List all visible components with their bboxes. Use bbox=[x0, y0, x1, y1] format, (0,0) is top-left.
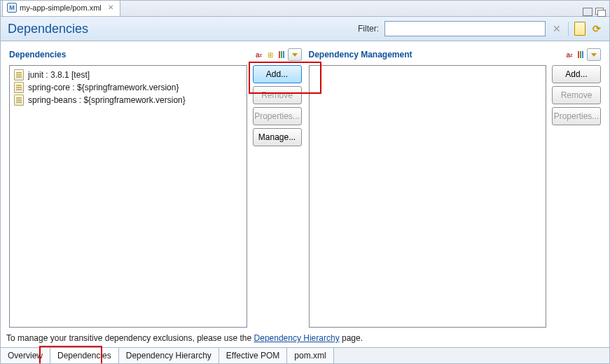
sort-az-icon[interactable]: az bbox=[254, 50, 264, 59]
dependency-management-title: Dependency Management bbox=[309, 50, 565, 59]
tab-dependencies[interactable]: Dependencies bbox=[50, 348, 119, 363]
jar-icon bbox=[14, 69, 24, 80]
list-item[interactable]: spring-beans : ${springframework.version… bbox=[11, 94, 245, 106]
dependencies-buttons: Add... Remove Properties... Manage... bbox=[253, 65, 302, 328]
filter-input[interactable] bbox=[384, 21, 546, 36]
manage-button[interactable]: Manage... bbox=[253, 128, 302, 146]
columns-icon[interactable] bbox=[277, 50, 286, 59]
dependency-management-list[interactable] bbox=[309, 65, 547, 328]
tab-effective-pom[interactable]: Effective POM bbox=[219, 348, 287, 363]
clear-filter-icon[interactable]: ✕ bbox=[551, 23, 562, 34]
dependency-management-buttons: Add... Remove Properties... bbox=[552, 65, 601, 328]
editor-tab-title: my-app-simple/pom.xml bbox=[20, 4, 102, 12]
close-icon[interactable]: ✕ bbox=[107, 4, 114, 11]
hint-prefix: To manage your transitive dependency exc… bbox=[6, 333, 254, 343]
list-item[interactable]: junit : 3.8.1 [test] bbox=[11, 69, 245, 81]
columns-icon[interactable] bbox=[576, 50, 585, 59]
editor-tab[interactable]: M my-app-simple/pom.xml ✕ bbox=[2, 0, 120, 16]
dependency-management-panel: Dependency Management az Add... Remove P… bbox=[309, 48, 602, 328]
add-button[interactable]: Add... bbox=[552, 65, 601, 83]
hint-text: To manage your transitive dependency exc… bbox=[1, 330, 609, 347]
dependencies-title: Dependencies bbox=[9, 50, 254, 59]
filter-label: Filter: bbox=[358, 24, 379, 34]
maximize-view-icon[interactable] bbox=[595, 8, 605, 16]
expand-panel-icon[interactable] bbox=[587, 48, 601, 61]
dependencies-list[interactable]: junit : 3.8.1 [test] spring-core : ${spr… bbox=[9, 65, 247, 328]
minimize-view-icon[interactable] bbox=[583, 8, 592, 16]
remove-button[interactable]: Remove bbox=[253, 86, 302, 104]
page-header: Dependencies Filter: ✕ ⟳ bbox=[1, 17, 609, 41]
refresh-icon[interactable]: ⟳ bbox=[591, 23, 602, 34]
list-item[interactable]: spring-core : ${springframework.version} bbox=[11, 81, 245, 94]
hint-suffix: page. bbox=[340, 333, 363, 343]
remove-button[interactable]: Remove bbox=[552, 86, 601, 104]
sort-az-icon[interactable]: az bbox=[564, 50, 574, 59]
dependencies-panel: Dependencies az ⊞ junit : 3.8.1 [test] bbox=[9, 48, 302, 328]
list-item-label: junit : 3.8.1 [test] bbox=[28, 70, 90, 80]
main-area: Dependencies az ⊞ junit : 3.8.1 [test] bbox=[1, 41, 609, 330]
page-title: Dependencies bbox=[8, 22, 352, 36]
editor-tabbar: M my-app-simple/pom.xml ✕ bbox=[1, 1, 609, 17]
list-item-label: spring-beans : ${springframework.version… bbox=[28, 95, 186, 105]
tab-overview[interactable]: Overview bbox=[1, 348, 50, 363]
tab-pom-xml[interactable]: pom.xml bbox=[287, 348, 333, 363]
dependency-hierarchy-link[interactable]: Dependency Hierarchy bbox=[254, 333, 340, 343]
list-item-label: spring-core : ${springframework.version} bbox=[28, 83, 179, 92]
jar-icon bbox=[14, 94, 24, 106]
maven-file-icon: M bbox=[7, 3, 17, 13]
add-button[interactable]: Add... bbox=[253, 65, 302, 83]
properties-button[interactable]: Properties... bbox=[253, 107, 302, 125]
tab-dependency-hierarchy[interactable]: Dependency Hierarchy bbox=[119, 348, 219, 363]
open-pom-icon[interactable] bbox=[574, 22, 585, 36]
editor-root: M my-app-simple/pom.xml ✕ Dependencies F… bbox=[0, 0, 610, 364]
tree-icon[interactable]: ⊞ bbox=[265, 50, 275, 59]
properties-button[interactable]: Properties... bbox=[552, 107, 601, 125]
expand-panel-icon[interactable] bbox=[288, 48, 302, 61]
bottom-tabbar: Overview Dependencies Dependency Hierarc… bbox=[1, 347, 609, 363]
jar-icon bbox=[14, 82, 24, 93]
